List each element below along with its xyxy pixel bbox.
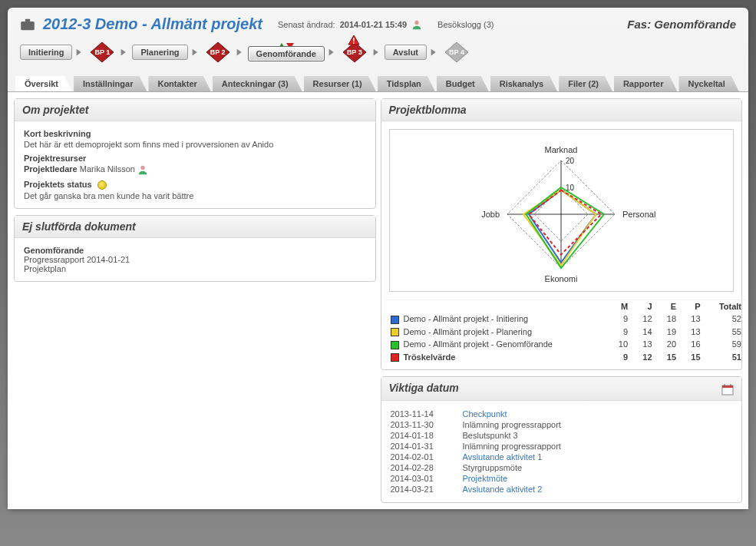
visit-log-link[interactable]: Besökslogg (3) [437,20,494,29]
arrow-icon [235,47,246,58]
date-label[interactable]: Projektmöte [463,474,508,483]
svg-rect-25 [722,386,733,388]
svg-rect-0 [21,22,35,30]
calendar-icon[interactable] [721,383,734,395]
status-dot-icon [97,180,107,190]
arrow-icon [371,47,382,58]
svg-text:20: 20 [566,157,575,165]
svg-point-2 [414,20,418,24]
last-modified: Senast ändrad: 2014-01-21 15:49 [278,19,422,30]
date-row[interactable]: 2014-03-21Avslutande aktivitet 2 [391,484,733,495]
legend-col: Totalt [705,300,746,313]
header: 2012-3 Demo - Allmänt projekt Senast änd… [8,8,748,68]
stage-planering[interactable]: Planering [132,45,187,60]
date-row: 2013-11-30Inlämning progressrapport [391,419,733,430]
person-icon [411,19,422,30]
project-leader: Projektledare Marika Nilsson [24,164,366,175]
date-value: 2014-02-28 [391,463,452,472]
legend-col: P [681,300,705,313]
date-value: 2013-11-14 [391,409,452,419]
color-swatch [391,328,399,336]
svg-text:!: ! [352,37,355,45]
date-row: 2014-02-28Styrgruppsmöte [391,462,733,473]
date-value: 2014-01-31 [391,442,452,451]
arrow-icon [190,47,201,58]
color-swatch [391,316,399,324]
svg-text:Jobb: Jobb [481,210,500,219]
stage-genomforande[interactable]: Genomförande [248,46,325,61]
doc-link[interactable]: Progressrapport 2014-01-21 [24,255,366,264]
tab-budget[interactable]: Budget [437,76,489,91]
unfinished-title: Ej slutförda dokument [15,216,375,238]
dates-title: Viktiga datum [381,377,742,401]
date-row: 2014-01-31Inlämning progressrapport [391,441,733,452]
legend-col: M [609,300,632,313]
bp3[interactable]: ! BP 3 [340,41,369,64]
legend-col: E [657,300,681,313]
bp1[interactable]: BP 1 [87,41,117,64]
legend-row: Tröskelvärde912151551 [386,351,747,364]
legend-col: J [632,300,656,313]
legend-table: MJEPTotalt Demo - Allmänt projekt - Init… [386,299,747,363]
date-label[interactable]: Avslutande aktivitet 2 [463,485,543,494]
last-modified-label: Senast ändrad: [278,20,335,29]
project-title[interactable]: 2012-3 Demo - Allmänt projekt [43,15,262,33]
person-icon [137,164,148,175]
stage-avslut[interactable]: Avslut [385,45,427,60]
date-row[interactable]: 2014-03-01Projektmöte [391,473,733,484]
about-title: Om projektet [15,99,375,121]
bp4[interactable]: BP 4 [442,41,471,64]
tab-nyckeltal[interactable]: Nyckeltal [678,76,738,91]
date-label[interactable]: Checkpunkt [463,409,507,419]
tab-anteckningar-3-[interactable]: Anteckningar (3) [213,76,302,91]
tab--versikt[interactable]: Översikt [15,76,72,91]
legend-row: Demo - Allmänt projekt - Initiering91218… [386,313,747,326]
briefcase-icon [20,18,35,31]
desc-label: Kort beskrivning [24,129,366,138]
radar-panel: Projektblomma 1020MarknadPersonalEkonomi… [381,98,743,370]
resources-label: Projektresurser [24,154,366,163]
arrow-icon [74,47,85,58]
arrow-icon [327,47,338,58]
doc-group: Genomförande [24,246,366,255]
tab-filer-2-[interactable]: Filer (2) [559,76,612,91]
stage-initiering[interactable]: Initiering [20,45,72,60]
status-label: Projektets status [24,180,366,190]
arrow-icon [429,47,440,58]
phase-indicator: Fas: Genomförande [627,18,736,31]
radar-title: Projektblomma [381,99,742,121]
date-label[interactable]: Avslutande aktivitet 1 [463,452,543,462]
color-swatch [391,341,399,349]
desc-text: Det här är ett demoprojekt som finns med… [24,140,366,149]
tab-bar: ÖversiktInställningarKontakterAnteckning… [8,68,748,92]
date-label: Beslutspunkt 3 [463,431,518,440]
date-label: Inlämning progressrapport [463,442,561,451]
unfinished-panel: Ej slutförda dokument Genomförande Progr… [14,215,376,282]
date-value: 2013-11-30 [391,420,452,429]
doc-link[interactable]: Projektplan [24,264,366,273]
tab-resurser-1-[interactable]: Resurser (1) [304,76,376,91]
svg-text:Personal: Personal [622,210,655,219]
arrow-icon [119,47,130,58]
radar-chart: 1020MarknadPersonalEkonomiJobb [389,129,735,292]
workflow-bar: Initiering BP 1 Planering BP 2 Genomföra… [20,41,736,64]
date-value: 2014-01-18 [391,431,452,440]
status-text: Det går ganska bra men kunde ha varit bä… [24,191,366,200]
date-row[interactable]: 2014-02-01Avslutande aktivitet 1 [391,452,733,462]
tab-riskanalys[interactable]: Riskanalys [490,76,557,91]
tab-rapporter[interactable]: Rapporter [614,76,678,91]
tab-kontakter[interactable]: Kontakter [148,76,210,91]
tab-tidsplan[interactable]: Tidsplan [378,76,435,91]
svg-text:Ekonomi: Ekonomi [545,274,578,283]
date-value: 2014-03-21 [391,485,452,494]
dates-panel: Viktiga datum 2013-11-14Checkpunkt2013-1… [381,376,743,503]
date-row[interactable]: 2013-11-14Checkpunkt [391,409,733,419]
date-value: 2014-02-01 [391,452,452,462]
bp2[interactable]: BP 2 [203,41,233,64]
tab-inst-llningar[interactable]: Inställningar [74,76,147,91]
date-value: 2014-03-01 [391,474,452,483]
svg-text:Marknad: Marknad [545,145,578,154]
svg-rect-1 [25,18,30,21]
legend-row: Demo - Allmänt projekt - Genomförande101… [386,338,747,351]
about-panel: Om projektet Kort beskrivning Det här är… [14,98,376,209]
